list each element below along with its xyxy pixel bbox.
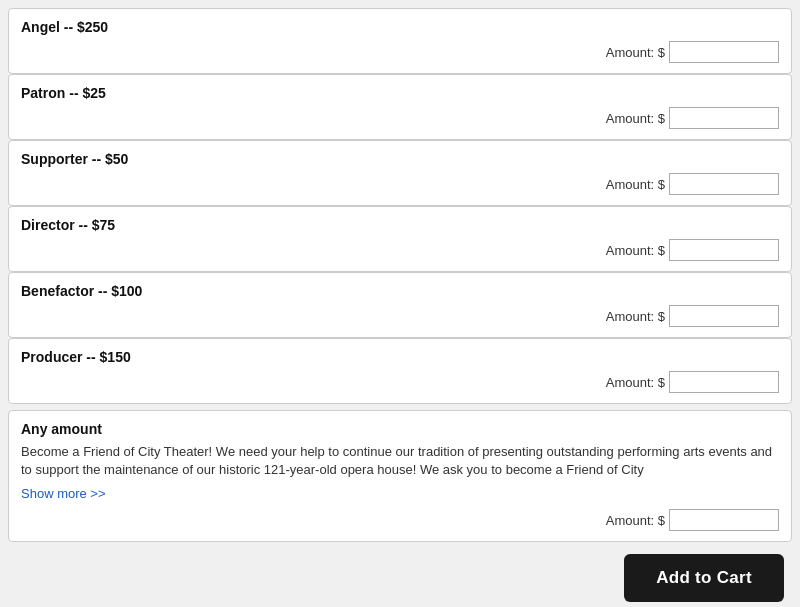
card-supporter: Supporter -- $50 Amount: $ — [8, 140, 792, 206]
amount-input-producer[interactable] — [669, 371, 779, 393]
amount-label-director: Amount: $ — [606, 243, 665, 258]
card-title-director: Director -- $75 — [21, 217, 779, 233]
any-amount-input[interactable] — [669, 509, 779, 531]
amount-label-supporter: Amount: $ — [606, 177, 665, 192]
amount-label-producer: Amount: $ — [606, 375, 665, 390]
card-angel: Angel -- $250 Amount: $ — [8, 8, 792, 74]
amount-label-angel: Amount: $ — [606, 45, 665, 60]
card-title-supporter: Supporter -- $50 — [21, 151, 779, 167]
any-amount-card: Any amount Become a Friend of City Theat… — [8, 410, 792, 542]
card-title-angel: Angel -- $250 — [21, 19, 779, 35]
card-director: Director -- $75 Amount: $ — [8, 206, 792, 272]
card-benefactor: Benefactor -- $100 Amount: $ — [8, 272, 792, 338]
amount-label-benefactor: Amount: $ — [606, 309, 665, 324]
add-to-cart-button[interactable]: Add to Cart — [624, 554, 784, 602]
amount-label-patron: Amount: $ — [606, 111, 665, 126]
footer-row: Add to Cart — [8, 548, 792, 607]
show-more-link[interactable]: Show more >> — [21, 486, 106, 501]
amount-input-director[interactable] — [669, 239, 779, 261]
amount-input-patron[interactable] — [669, 107, 779, 129]
card-title-benefactor: Benefactor -- $100 — [21, 283, 779, 299]
card-title-producer: Producer -- $150 — [21, 349, 779, 365]
amount-input-benefactor[interactable] — [669, 305, 779, 327]
any-amount-label: Amount: $ — [606, 513, 665, 528]
card-producer: Producer -- $150 Amount: $ — [8, 338, 792, 404]
amount-input-angel[interactable] — [669, 41, 779, 63]
amount-input-supporter[interactable] — [669, 173, 779, 195]
any-amount-title: Any amount — [21, 421, 779, 437]
card-title-patron: Patron -- $25 — [21, 85, 779, 101]
any-amount-description: Become a Friend of City Theater! We need… — [21, 443, 779, 479]
card-patron: Patron -- $25 Amount: $ — [8, 74, 792, 140]
main-container: Angel -- $250 Amount: $ Patron -- $25 Am… — [0, 0, 800, 607]
